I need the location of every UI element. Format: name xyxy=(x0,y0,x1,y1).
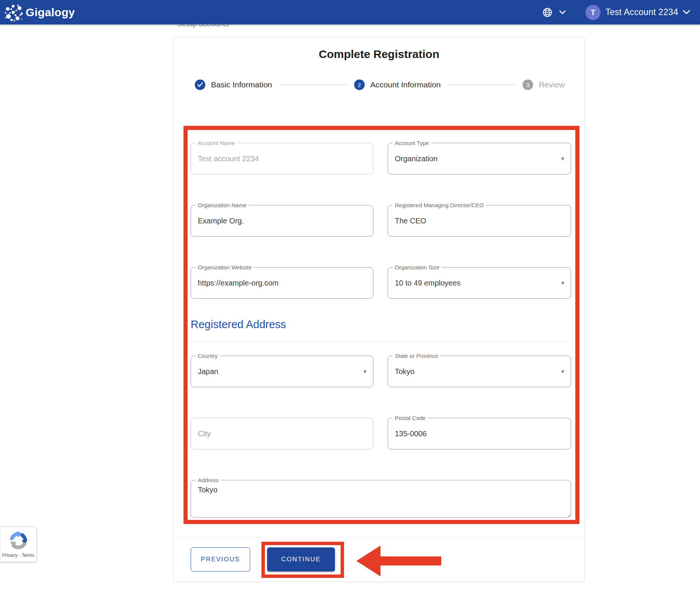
state-province-select[interactable]: State or Province Tokyo ▼ xyxy=(388,356,571,387)
step-label: Account Information xyxy=(370,80,441,89)
step-connector xyxy=(448,84,516,85)
city-field[interactable] xyxy=(191,418,373,449)
gigalogy-logo-icon xyxy=(5,3,23,21)
language-chevron-icon xyxy=(559,10,566,15)
account-name-input xyxy=(191,143,373,174)
registered-address-divider xyxy=(191,341,571,342)
language-selector[interactable] xyxy=(542,7,566,18)
avatar: T xyxy=(585,5,601,20)
organization-name-input[interactable] xyxy=(191,205,373,236)
account-name: Test Account 2234 xyxy=(605,7,678,17)
previous-button[interactable]: PREVIOUS xyxy=(191,547,250,571)
account-type-select[interactable]: Account Type Organization ▼ xyxy=(388,143,571,174)
recaptcha-badge[interactable]: Privacy - Terms xyxy=(0,527,37,562)
step-basic-information: Basic Information xyxy=(195,79,272,90)
organization-name-field[interactable]: Organization Name xyxy=(191,205,373,237)
selected-value: 10 to 49 employees xyxy=(388,267,571,298)
step-connector xyxy=(279,84,347,85)
caret-down-icon: ▼ xyxy=(560,156,565,162)
annotation-arrow-left-icon xyxy=(356,545,441,579)
step-account-information: 2 Account Information xyxy=(354,79,441,90)
header-divider xyxy=(174,122,584,122)
selected-value: Japan xyxy=(191,356,373,387)
stepper: Basic Information 2 Account Information … xyxy=(195,79,565,90)
recaptcha-privacy-terms[interactable]: Privacy - Terms xyxy=(2,553,35,558)
postal-code-field[interactable]: Postal Code xyxy=(388,418,571,449)
registration-card: Complete Registration Basic Information … xyxy=(173,37,585,582)
account-name-field: Account Name xyxy=(191,143,373,174)
managing-director-input[interactable] xyxy=(388,205,571,236)
registered-address-heading: Registered Address xyxy=(191,318,286,331)
caret-down-icon: ▼ xyxy=(560,369,565,374)
caret-down-icon: ▼ xyxy=(560,280,565,286)
selected-value: Tokyo xyxy=(388,356,571,387)
account-menu[interactable]: T Test Account 2234 xyxy=(566,5,690,20)
step-review: 3 Review xyxy=(523,79,565,90)
organization-website-field[interactable]: Organization Website xyxy=(191,267,373,299)
step-number-badge: 3 xyxy=(523,79,533,90)
country-select[interactable]: Country Japan ▼ xyxy=(191,356,373,387)
continue-button[interactable]: CONTINUE xyxy=(267,547,335,571)
brand[interactable]: Gigalogy xyxy=(5,3,75,21)
caret-down-icon: ▼ xyxy=(362,369,367,374)
brand-name: Gigalogy xyxy=(26,6,75,19)
navbar: Gigalogy T Test Account 2234 xyxy=(0,0,700,24)
actions-divider xyxy=(174,537,584,538)
step-number-badge: 2 xyxy=(354,79,365,90)
step-label: Basic Information xyxy=(211,80,272,89)
step-complete-check-icon xyxy=(195,79,205,90)
managing-director-field[interactable]: Registered Managing Director/CEO xyxy=(388,205,571,237)
address-textarea[interactable]: Tokyo xyxy=(191,480,571,517)
step-label: Review xyxy=(539,80,565,89)
page-title: Complete Registration xyxy=(174,48,584,61)
city-input[interactable] xyxy=(191,418,373,449)
organization-size-select[interactable]: Organization Size 10 to 49 employees ▼ xyxy=(388,267,571,299)
recaptcha-icon xyxy=(8,531,29,550)
globe-icon xyxy=(542,7,553,18)
organization-website-input[interactable] xyxy=(191,267,373,298)
address-field[interactable]: Address Tokyo xyxy=(191,480,571,518)
account-chevron-icon xyxy=(683,10,690,15)
selected-value: Organization xyxy=(388,143,571,174)
postal-code-input[interactable] xyxy=(388,418,571,449)
